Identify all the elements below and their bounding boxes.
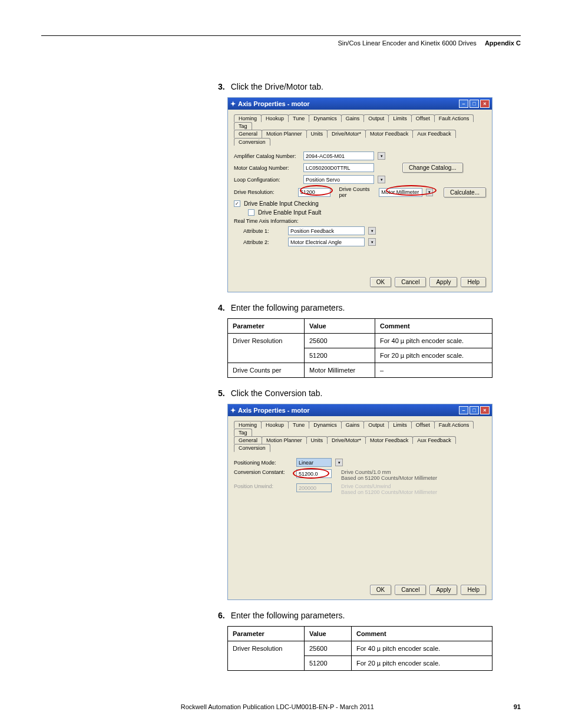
dropdown-arrow-icon[interactable]: ▾: [335, 459, 343, 466]
tab-limits[interactable]: Limits: [388, 421, 412, 429]
change-catalog-button[interactable]: Change Catalog...: [402, 163, 463, 173]
apply-button[interactable]: Apply: [429, 277, 457, 287]
help-button[interactable]: Help: [461, 277, 486, 287]
table-header: Parameter: [228, 627, 305, 641]
step-5-num: 5.: [218, 388, 225, 398]
tab-motor-feedback[interactable]: Motor Feedback: [365, 436, 413, 444]
tab-units[interactable]: Units: [306, 130, 328, 138]
step-3-text: Click the Drive/Motor tab.: [231, 82, 323, 91]
drive-enable-checking-checkbox[interactable]: ✓: [234, 200, 240, 207]
tab-hookup[interactable]: Hookup: [261, 421, 289, 429]
conversion-constant-label: Conversion Constant:: [234, 469, 293, 475]
minimize-button[interactable]: –: [459, 100, 468, 108]
tab-limits[interactable]: Limits: [388, 114, 412, 122]
drive-counts-per-label: Drive Counts per: [339, 186, 375, 198]
attribute-1-label: Attribute 1:: [243, 228, 285, 234]
minimize-button[interactable]: –: [459, 406, 468, 414]
dropdown-arrow-icon[interactable]: ▾: [368, 227, 376, 235]
positioning-mode-field[interactable]: Linear: [296, 458, 332, 467]
tab-general[interactable]: General: [234, 436, 262, 444]
attribute-1-field[interactable]: Position Feedback: [288, 226, 365, 235]
step-6-text: Enter the following parameters.: [231, 611, 345, 620]
real-time-axis-info-heading: Real Time Axis Information:: [234, 218, 486, 224]
ok-button[interactable]: OK: [370, 585, 391, 595]
tab-conversion[interactable]: Conversion: [234, 444, 270, 452]
step-4-num: 4.: [218, 303, 225, 312]
tab-motion-planner[interactable]: Motion Planner: [262, 130, 307, 138]
unwind-hint-1: Drive Counts/Unwind: [341, 483, 437, 489]
tab-hookup[interactable]: Hookup: [261, 114, 289, 122]
step-3-num: 3.: [218, 82, 225, 91]
attribute-2-field[interactable]: Motor Electrical Angle: [288, 238, 365, 246]
help-button[interactable]: Help: [461, 585, 486, 595]
tab-output[interactable]: Output: [363, 421, 389, 429]
tab-motor-feedback[interactable]: Motor Feedback: [365, 130, 413, 138]
tab-conversion[interactable]: Conversion: [234, 138, 270, 146]
tab-fault-actions[interactable]: Fault Actions: [434, 421, 474, 429]
tab-dynamics[interactable]: Dynamics: [309, 421, 342, 429]
dropdown-arrow-icon[interactable]: ▾: [368, 238, 376, 246]
close-button[interactable]: ×: [480, 100, 490, 108]
table-header: Parameter: [228, 319, 305, 334]
window-title: Axis Properties - motor: [238, 407, 310, 414]
table-header: Value: [305, 319, 375, 334]
tab-aux-feedback[interactable]: Aux Feedback: [412, 436, 456, 444]
tab-fault-actions[interactable]: Fault Actions: [434, 114, 474, 122]
apply-button[interactable]: Apply: [429, 585, 457, 595]
calculate-button[interactable]: Calculate...: [444, 187, 486, 197]
table-row: Drive Counts per Motor Millimeter –: [228, 363, 492, 378]
conversion-hint-1: Drive Counts/1.0 mm: [341, 469, 437, 475]
maximize-button[interactable]: □: [470, 100, 479, 108]
tab-gains[interactable]: Gains: [341, 421, 365, 429]
axis-properties-window-drive-motor: ✦ Axis Properties - motor – □ × Homing H…: [227, 97, 492, 292]
drive-enable-fault-label: Drive Enable Input Fault: [258, 209, 321, 216]
loop-config-field[interactable]: Position Servo: [303, 175, 374, 184]
drive-enable-fault-checkbox[interactable]: [248, 209, 254, 216]
tab-general[interactable]: General: [234, 130, 262, 138]
drive-counts-unit-field[interactable]: Motor Millimeter: [379, 188, 422, 197]
unwind-hint-2: Based on 51200 Counts/Motor Millimeter: [341, 489, 437, 495]
position-unwind-field: 200000: [296, 483, 332, 492]
amplifier-label: Amplifier Catalog Number:: [234, 153, 300, 159]
tab-offset[interactable]: Offset: [411, 114, 435, 122]
dropdown-arrow-icon[interactable]: ▾: [426, 189, 433, 196]
tab-homing[interactable]: Homing: [234, 421, 262, 429]
parameter-table-2: Parameter Value Comment Driver Resolutio…: [227, 626, 492, 671]
drive-enable-checking-label: Drive Enable Input Checking: [244, 200, 319, 207]
tab-tune[interactable]: Tune: [288, 421, 309, 429]
tab-tag[interactable]: Tag: [234, 429, 252, 436]
cancel-button[interactable]: Cancel: [395, 585, 426, 595]
step-4-text: Enter the following parameters.: [231, 303, 345, 312]
tab-dynamics[interactable]: Dynamics: [309, 114, 342, 122]
ok-button[interactable]: OK: [370, 277, 391, 287]
parameter-table-1: Parameter Value Comment Driver Resolutio…: [227, 318, 492, 378]
tab-motion-planner[interactable]: Motion Planner: [262, 436, 307, 444]
position-unwind-label: Position Unwind:: [234, 483, 293, 489]
maximize-button[interactable]: □: [470, 406, 479, 414]
table-header: Value: [305, 627, 352, 641]
tab-units[interactable]: Units: [306, 436, 328, 444]
tab-tag[interactable]: Tag: [234, 122, 252, 130]
step-6-num: 6.: [218, 611, 225, 620]
tab-homing[interactable]: Homing: [234, 114, 262, 122]
table-row: Driver Resolution 25600 For 40 µ pitch e…: [228, 641, 492, 656]
cancel-button[interactable]: Cancel: [395, 277, 426, 287]
tab-drive-motor[interactable]: Drive/Motor*: [327, 130, 366, 138]
tab-aux-feedback[interactable]: Aux Feedback: [412, 130, 456, 138]
header-title: Sin/Cos Linear Encoder and Kinetix 6000 …: [338, 39, 476, 47]
dropdown-arrow-icon[interactable]: ▾: [378, 152, 385, 160]
tab-tune[interactable]: Tune: [288, 114, 309, 122]
tab-drive-motor[interactable]: Drive/Motor*: [327, 436, 366, 444]
tab-output[interactable]: Output: [363, 114, 389, 122]
tab-gains[interactable]: Gains: [341, 114, 365, 122]
window-title: Axis Properties - motor: [238, 100, 310, 107]
conversion-constant-field[interactable]: 51200.0: [296, 469, 332, 478]
drive-resolution-field[interactable]: 51200: [298, 188, 331, 197]
amplifier-field[interactable]: 2094-AC05-M01: [303, 151, 374, 160]
tab-offset[interactable]: Offset: [411, 421, 435, 429]
motor-catalog-field: LC050200D0TTRL: [303, 163, 374, 172]
footer-publication: Rockwell Automation Publication LDC-UM00…: [181, 703, 374, 710]
close-button[interactable]: ×: [480, 406, 490, 414]
attribute-2-label: Attribute 2:: [243, 239, 285, 245]
dropdown-arrow-icon[interactable]: ▾: [378, 176, 385, 183]
